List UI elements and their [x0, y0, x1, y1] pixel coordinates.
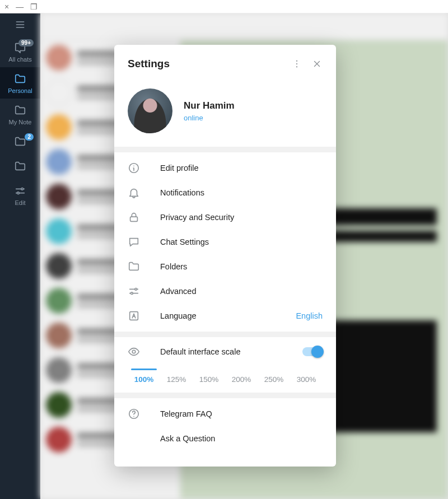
menu-item-label: Edit profile — [160, 164, 323, 172]
close-settings-button[interactable] — [307, 54, 327, 74]
menu-item-label: Folders — [160, 262, 323, 271]
scale-option-300[interactable]: 300% — [290, 370, 323, 390]
sidebar-item-all-chats[interactable]: 99+ All chats — [0, 36, 40, 67]
settings-header: Settings — [114, 45, 336, 83]
lock-icon — [128, 211, 143, 224]
svg-point-0 — [21, 188, 24, 190]
divider — [114, 147, 336, 152]
menu-item-label: Language — [160, 311, 296, 320]
svg-rect-6 — [130, 217, 138, 221]
bell-icon — [128, 186, 143, 199]
settings-modal: Settings Nur Hamim online Edit profile — [114, 45, 336, 467]
scale-option-200[interactable]: 200% — [225, 370, 258, 390]
menu-ask-question[interactable]: Ask a Question — [114, 426, 336, 451]
scale-label: Default interface scale — [160, 347, 302, 356]
divider — [114, 332, 336, 337]
menu-chat-settings[interactable]: Chat Settings — [114, 230, 336, 254]
menu-advanced[interactable]: Advanced — [114, 279, 336, 304]
scale-option-250[interactable]: 250% — [258, 370, 290, 390]
scale-option-150[interactable]: 150% — [193, 370, 225, 390]
interface-scale-section: Default interface scale 100%125%150%200%… — [114, 337, 336, 393]
menu-folders[interactable]: Folders — [114, 254, 336, 279]
profile-status: online — [184, 114, 235, 122]
folder-icon — [13, 160, 27, 172]
scale-options: 100%125%150%200%250%300% — [128, 370, 323, 390]
svg-point-2 — [296, 60, 297, 62]
menu-privacy-security[interactable]: Privacy and Security — [114, 205, 336, 230]
menu-notifications[interactable]: Notifications — [114, 180, 336, 205]
left-sidebar: 99+ All chats Personal My Note 2 — [0, 13, 40, 499]
settings-title: Settings — [128, 58, 287, 70]
folder-icon — [128, 260, 143, 273]
scale-toggle[interactable] — [302, 347, 323, 356]
close-icon — [312, 59, 322, 69]
chat-icon — [128, 235, 143, 249]
sidebar-item-folder-a[interactable]: 2 — [0, 130, 40, 155]
language-icon — [128, 309, 143, 323]
app-root: 99+ All chats Personal My Note 2 — [0, 13, 448, 499]
sidebar-item-personal[interactable]: Personal — [0, 67, 40, 99]
svg-point-8 — [131, 292, 133, 295]
help-icon — [128, 407, 143, 421]
svg-point-4 — [296, 66, 297, 67]
sidebar-item-label: Edit — [15, 199, 26, 206]
folder-icon — [13, 73, 27, 85]
menu-item-label: Ask a Question — [160, 434, 323, 443]
sidebar-item-folder-b[interactable] — [0, 155, 40, 179]
profile-avatar — [128, 88, 172, 133]
menu-faq[interactable]: Telegram FAQ — [114, 402, 336, 426]
window-maximize-button[interactable]: ❐ — [30, 3, 38, 11]
language-value: English — [296, 311, 323, 320]
svg-rect-9 — [130, 312, 138, 320]
menu-item-label: Advanced — [160, 287, 323, 296]
hamburger-menu-button[interactable] — [0, 13, 40, 36]
more-options-button[interactable] — [287, 54, 307, 74]
profile-name: Nur Hamim — [184, 100, 235, 111]
profile-info: Nur Hamim online — [184, 100, 235, 122]
svg-point-10 — [132, 350, 136, 353]
kebab-icon — [292, 59, 302, 69]
menu-item-label: Privacy and Security — [160, 213, 323, 222]
folder-badge: 2 — [25, 133, 34, 141]
menu-edit-profile[interactable]: Edit profile — [114, 156, 336, 180]
help-menu: Telegram FAQ Ask a Question — [114, 398, 336, 454]
sidebar-item-edit[interactable]: Edit — [0, 179, 40, 211]
sidebar-item-label: Personal — [8, 87, 32, 94]
window-close-button[interactable]: × — [4, 3, 9, 11]
scale-option-125[interactable]: 125% — [160, 370, 193, 390]
sliders-icon — [13, 185, 27, 197]
svg-point-7 — [135, 288, 137, 291]
profile-section[interactable]: Nur Hamim online — [114, 83, 336, 147]
sidebar-item-my-note[interactable]: My Note — [0, 99, 40, 130]
window-titlebar: × — ❐ — [0, 0, 448, 13]
svg-point-3 — [296, 63, 297, 64]
scale-option-100[interactable]: 100% — [128, 370, 160, 390]
eye-icon — [128, 345, 143, 358]
sliders-icon — [128, 285, 143, 298]
blank-icon — [128, 432, 143, 445]
settings-menu: Edit profile Notifications Privacy and S… — [114, 152, 336, 332]
menu-item-label: Chat Settings — [160, 237, 323, 246]
menu-language[interactable]: Language English — [114, 304, 336, 328]
divider — [114, 393, 336, 398]
sidebar-item-label: My Note — [9, 119, 32, 125]
sidebar-item-label: All chats — [8, 56, 32, 63]
svg-point-1 — [17, 192, 20, 194]
hamburger-icon — [15, 19, 26, 30]
info-icon — [128, 161, 143, 175]
all-chats-badge: 99+ — [18, 39, 34, 46]
menu-item-label: Telegram FAQ — [160, 409, 323, 418]
window-minimize-button[interactable]: — — [16, 3, 24, 11]
folder-icon — [13, 104, 27, 116]
menu-item-label: Notifications — [160, 188, 323, 197]
